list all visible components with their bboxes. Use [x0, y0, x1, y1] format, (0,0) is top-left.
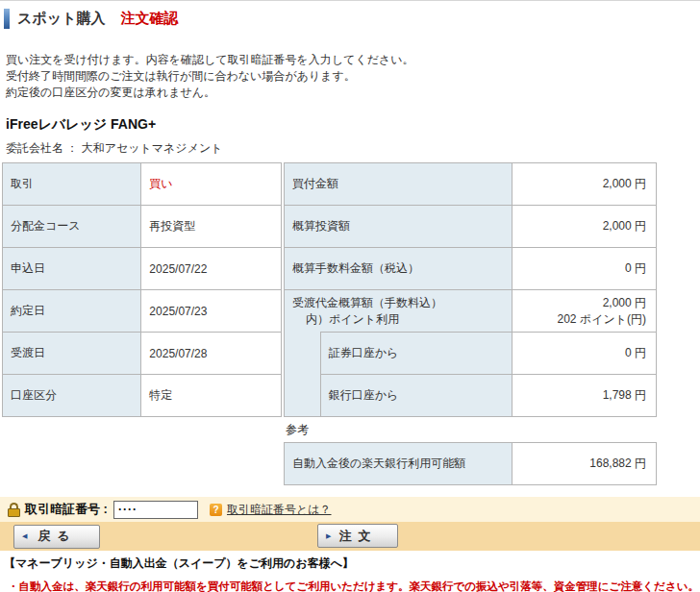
- page-subtitle: 注文確認: [120, 10, 178, 28]
- contract-date-value-cell: 2025/07/23: [141, 290, 282, 333]
- est-investment-label-cell: 概算投資額: [285, 206, 512, 248]
- help-icon[interactable]: ?: [210, 504, 222, 516]
- order-confirmation-page: スポット購入 注文確認 買い注文を受け付けます。内容を確認して取引暗証番号を入力…: [0, 0, 700, 592]
- account-type-label-cell: 口座区分: [3, 375, 141, 417]
- intro-line-2: 受付終了時間間際のご注文は執行が間に合わない場合があります。: [6, 68, 700, 85]
- table-row: 約定日 2025/07/23: [3, 290, 282, 333]
- notice-heading: 【マネーブリッジ・自動入出金（スイープ）をご利用のお客様へ】: [4, 555, 700, 572]
- settlement-date-label-cell: 受渡日: [3, 333, 141, 375]
- amounts-column: 買付金額 2,000 円 概算投資額 2,000 円 概算手数料金額（税込） 0…: [284, 162, 657, 485]
- back-arrow-icon: ◀: [22, 532, 27, 540]
- trade-label-cell: 取引: [3, 163, 141, 206]
- securities-account-value-cell: 0 円: [512, 333, 657, 375]
- account-type-value-cell: 特定: [141, 375, 282, 417]
- amounts-table: 買付金額 2,000 円 概算投資額 2,000 円 概算手数料金額（税込） 0…: [284, 162, 657, 417]
- back-button[interactable]: ◀ 戻る: [13, 525, 100, 549]
- est-fee-label-cell: 概算手数料金額（税込）: [285, 248, 512, 290]
- table-row: 受渡日 2025/07/28: [3, 333, 282, 375]
- distribution-value-cell: 再投資型: [141, 206, 282, 248]
- settlement-amount-value: 2,000 円: [520, 295, 646, 311]
- order-details-table: 取引 買い 分配金コース 再投資型 申込日 2025/07/22 約定日 202…: [2, 162, 282, 417]
- purchase-amount-value-cell: 2,000 円: [512, 163, 657, 206]
- fund-name: iFreeレバレッジ FANG+: [6, 116, 700, 134]
- table-row: 自動入金後の楽天銀行利用可能額 168,882 円: [285, 443, 657, 485]
- table-row: 概算投資額 2,000 円: [285, 206, 657, 248]
- distribution-label-cell: 分配金コース: [3, 206, 141, 248]
- settlement-date-value-cell: 2025/07/28: [141, 333, 282, 375]
- table-row: 口座区分 特定: [3, 375, 282, 417]
- bank-available-label-cell: 自動入金後の楽天銀行利用可能額: [285, 443, 512, 485]
- purchase-amount-label-cell: 買付金額: [285, 163, 512, 206]
- settlement-amount-label-cell: 受渡代金概算額（手数料込） 内）ポイント利用: [285, 290, 512, 333]
- table-row: 銀行口座から 1,798 円: [285, 375, 657, 417]
- order-button[interactable]: ▶ 注文: [317, 524, 398, 548]
- table-row: 概算手数料金額（税込） 0 円: [285, 248, 657, 290]
- trade-value-cell: 買い: [141, 163, 282, 206]
- application-date-label-cell: 申込日: [3, 248, 141, 290]
- order-tables: 取引 買い 分配金コース 再投資型 申込日 2025/07/22 約定日 202…: [2, 162, 700, 485]
- order-arrow-icon: ▶: [326, 532, 331, 540]
- settlement-label-spacer-cell: [285, 333, 321, 417]
- reference-table: 自動入金後の楽天銀行利用可能額 168,882 円: [284, 442, 657, 485]
- table-row: 証券口座から 0 円: [285, 333, 657, 375]
- pin-entry-bar: 取引暗証番号 : ? 取引暗証番号とは？: [0, 497, 700, 522]
- application-date-value-cell: 2025/07/22: [141, 248, 282, 290]
- order-button-label: 注文: [339, 528, 378, 545]
- est-investment-value-cell: 2,000 円: [512, 206, 657, 248]
- pin-input[interactable]: [113, 501, 198, 519]
- reference-title: 参考: [286, 422, 657, 438]
- bank-account-label-cell: 銀行口座から: [320, 375, 512, 417]
- intro-text: 買い注文を受け付けます。内容を確認して取引暗証番号を入力してください。 受付終了…: [6, 52, 700, 101]
- table-row: 取引 買い: [3, 163, 282, 206]
- page-title-bar: スポット購入 注文確認: [0, 1, 700, 30]
- table-row: 分配金コース 再投資型: [3, 206, 282, 248]
- title-accent-bar: [4, 9, 10, 29]
- fund-company: 委託会社名 ： 大和アセットマネジメント: [6, 140, 700, 157]
- settlement-amount-label: 受渡代金概算額（手数料込）: [292, 295, 504, 311]
- settlement-amount-value-cell: 2,000 円 202 ポイント(円): [512, 290, 657, 333]
- notice-bullet-1: ・自動入金は、楽天銀行の利用可能額を買付可能額としてご利用いただけます。楽天銀行…: [8, 580, 700, 592]
- pin-label: 取引暗証番号 :: [25, 501, 108, 518]
- page-title: スポット購入: [17, 10, 105, 28]
- action-button-bar: ◀ 戻る ▶ 注文: [0, 522, 700, 551]
- bank-available-value-cell: 168,882 円: [512, 443, 657, 485]
- fund-section: iFreeレバレッジ FANG+ 委託会社名 ： 大和アセットマネジメント: [6, 116, 700, 157]
- settlement-points-value: 202 ポイント(円): [520, 311, 646, 328]
- est-fee-value-cell: 0 円: [512, 248, 657, 290]
- table-row: 申込日 2025/07/22: [3, 248, 282, 290]
- intro-line-1: 買い注文を受け付けます。内容を確認して取引暗証番号を入力してください。: [6, 52, 700, 68]
- settlement-points-label: 内）ポイント利用: [292, 311, 504, 328]
- money-bridge-notice: 【マネーブリッジ・自動入出金（スイープ）をご利用のお客様へ】 ・自動入金は、楽天…: [4, 555, 700, 592]
- pin-help-link[interactable]: 取引暗証番号とは？: [227, 502, 332, 518]
- intro-line-3: 約定後の口座区分の変更は承れません。: [6, 85, 700, 101]
- table-row: 買付金額 2,000 円: [285, 163, 657, 206]
- lock-icon: [8, 503, 20, 517]
- contract-date-label-cell: 約定日: [3, 290, 141, 333]
- table-row: 受渡代金概算額（手数料込） 内）ポイント利用 2,000 円 202 ポイント(…: [285, 290, 657, 333]
- bank-account-value-cell: 1,798 円: [512, 375, 657, 417]
- securities-account-label-cell: 証券口座から: [320, 333, 512, 375]
- back-button-label: 戻る: [38, 528, 76, 545]
